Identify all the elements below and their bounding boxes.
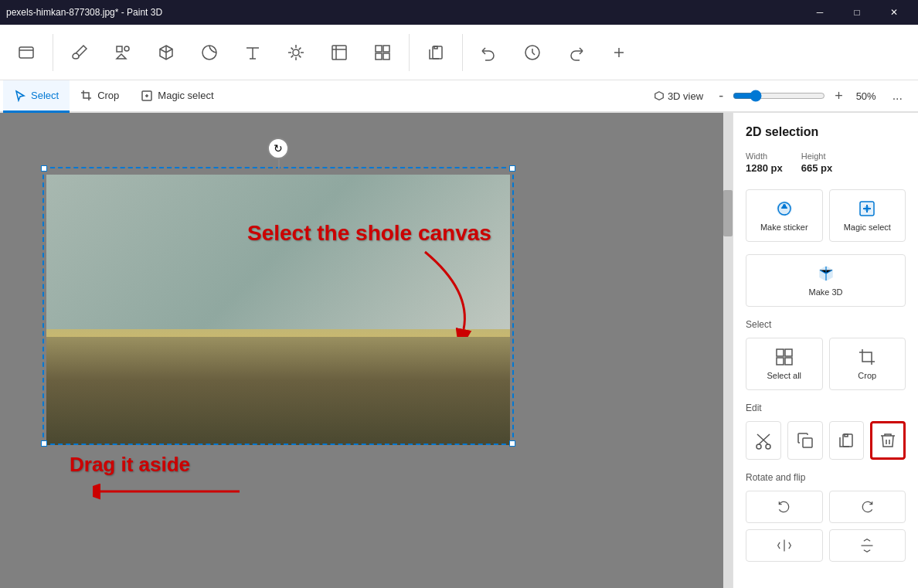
selection-handle-tr[interactable] [509, 165, 515, 172]
rotate-cw-btn[interactable] [829, 491, 906, 523]
make-3d-btn[interactable]: Make 3D [746, 254, 906, 307]
img-rocks [46, 337, 510, 445]
panel-dimensions: Width 1280 px Height 665 px [746, 151, 906, 174]
edit-section-label: Edit [746, 403, 906, 413]
svg-rect-26 [785, 358, 792, 365]
svg-marker-3 [117, 54, 126, 59]
svg-rect-1 [117, 46, 122, 52]
toolbar [0, 25, 918, 80]
text-tool[interactable] [233, 29, 273, 76]
paste-tool[interactable] [416, 29, 456, 76]
rotation-line [278, 159, 280, 168]
zoom-controls: - + 50% [716, 88, 880, 104]
svg-point-5 [293, 49, 299, 56]
select-actions: Select all Crop [746, 338, 906, 390]
3d-view-btn[interactable]: 3D view [648, 90, 709, 102]
magic-select-panel-label: Magic select [844, 223, 891, 232]
canvas-scrollbar[interactable] [723, 113, 733, 588]
svg-rect-7 [376, 46, 382, 52]
magic-select-panel-btn[interactable]: Magic select [829, 189, 906, 242]
svg-rect-6 [332, 46, 346, 59]
make-sticker-label: Make sticker [760, 223, 808, 232]
width-label: Width [746, 151, 783, 161]
undo-tool[interactable] [469, 29, 509, 76]
zoom-min-btn[interactable]: - [716, 88, 726, 104]
more-tool[interactable] [599, 29, 639, 76]
paste-panel-btn[interactable] [829, 421, 865, 460]
rotation-handle[interactable]: ↻ [267, 138, 289, 159]
svg-rect-25 [777, 358, 784, 365]
selection-handle-br[interactable] [509, 440, 515, 447]
make-sticker-btn[interactable]: Make sticker [746, 189, 823, 242]
copy-btn[interactable] [787, 421, 823, 460]
rotate-flip-label: Rotate and flip [746, 472, 906, 483]
edit-actions [746, 421, 906, 460]
svg-point-28 [766, 444, 770, 449]
select-cmd-label: Select [31, 90, 59, 101]
select-all-label: Select all [767, 371, 801, 380]
zoom-slider[interactable] [733, 90, 825, 102]
toolbar-divider-1 [53, 34, 53, 71]
3d-library-tool[interactable] [362, 29, 403, 76]
stickers-tool[interactable] [189, 29, 230, 76]
minimize-button[interactable]: ─ [802, 0, 838, 25]
toolbar-divider-2 [409, 34, 410, 71]
height-label: Height [801, 151, 832, 161]
3d-shapes-tool[interactable] [146, 29, 186, 76]
delete-btn[interactable] [870, 421, 906, 460]
make-3d-label: Make 3D [808, 287, 842, 297]
crop-cmd[interactable]: Crop [70, 80, 130, 113]
view-controls: 3D view - + 50% ... [641, 86, 915, 106]
height-value: 665 px [801, 162, 832, 174]
zoom-value: 50% [852, 90, 880, 102]
svg-rect-24 [785, 349, 792, 356]
canvas-content: Coca‑Cola ↻ Select the shole canvas [46, 175, 525, 461]
svg-rect-29 [803, 438, 812, 447]
select-all-btn[interactable]: Select all [746, 338, 823, 390]
svg-point-2 [124, 46, 129, 51]
open-tool[interactable] [6, 29, 46, 76]
width-value: 1280 px [746, 162, 783, 174]
svg-rect-0 [19, 47, 33, 58]
annotation-arrow-2 [93, 476, 247, 510]
crop-panel-label: Crop [858, 371, 876, 380]
crop-panel-btn[interactable]: Crop [829, 338, 906, 390]
canvas-area[interactable]: Coca‑Cola ↻ Select the shole canvas [0, 113, 733, 588]
main-area: Coca‑Cola ↻ Select the shole canvas [0, 113, 918, 588]
svg-rect-10 [383, 53, 389, 59]
select-cmd[interactable]: Select [3, 80, 70, 113]
cut-btn[interactable] [746, 421, 781, 460]
width-group: Width 1280 px [746, 151, 783, 174]
2d-shapes-tool[interactable] [103, 29, 143, 76]
brushes-tool[interactable] [60, 29, 100, 76]
panel-actions-top: Make sticker Magic select [746, 189, 906, 242]
annotation-text-1: Select the shole canvas [247, 221, 491, 246]
svg-point-19 [783, 204, 786, 207]
close-button[interactable]: ✕ [876, 0, 912, 25]
height-group: Height 665 px [801, 151, 832, 174]
rotate-ccw-btn[interactable] [746, 491, 823, 523]
annotation-text-2: Drag it aside [70, 453, 190, 477]
svg-marker-14 [655, 92, 664, 100]
selection-handle-tl[interactable] [41, 165, 47, 172]
svg-point-27 [756, 444, 761, 449]
view-more-btn[interactable]: ... [886, 86, 909, 106]
svg-rect-22 [865, 206, 869, 211]
panel-make3d-row: Make 3D [746, 254, 906, 307]
flip-horizontal-btn[interactable] [746, 529, 823, 562]
canvas-tool[interactable] [319, 29, 359, 76]
title-bar: pexels-himkan-877308.jpg* - Paint 3D ─ □… [0, 0, 918, 25]
effects-tool[interactable] [276, 29, 316, 76]
app-title: pexels-himkan-877308.jpg* - Paint 3D [6, 7, 162, 18]
svg-rect-9 [376, 53, 382, 59]
history-tool[interactable] [512, 29, 552, 76]
magic-select-cmd[interactable]: Magic select [130, 80, 224, 113]
right-panel: 2D selection Width 1280 px Height 665 px [733, 113, 918, 588]
svg-rect-8 [383, 46, 389, 52]
canvas-scrollbar-thumb[interactable] [723, 190, 733, 236]
flip-vertical-btn[interactable] [829, 529, 906, 562]
redo-tool[interactable] [556, 29, 596, 76]
zoom-max-btn[interactable]: + [831, 88, 846, 104]
maximize-button[interactable]: □ [839, 0, 875, 25]
toolbar-divider-3 [462, 34, 463, 71]
